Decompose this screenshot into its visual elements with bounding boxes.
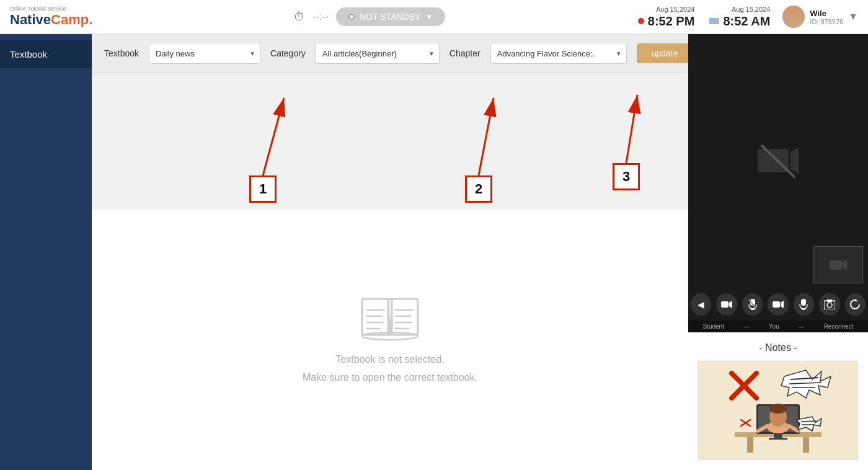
standby-button[interactable]: NOT STANDBY ▼ (336, 7, 445, 26)
user-area: Wile ID: 878976 ▼ (782, 6, 858, 28)
ctrl-labels-bar: Student — You — Reconnect (688, 321, 868, 332)
date1-label: Aug 15,2024 (656, 6, 694, 13)
video-main (688, 34, 868, 288)
logo-area: Online Tutorial Service NativeCamp. (10, 6, 102, 28)
reconnect-button[interactable] (845, 293, 866, 316)
red-dot-icon (638, 18, 644, 24)
speaker-icon (748, 299, 757, 310)
datetime-area: Aug 15,2024 8:52 PM (638, 6, 695, 29)
annotation-box-3: 3 (613, 163, 640, 190)
toolbar: Textbook Daily news Category All article… (92, 34, 688, 73)
notes-section: - Notes - (688, 332, 868, 470)
photo-icon (824, 299, 835, 309)
video-icon (721, 300, 732, 309)
notes-cartoon (716, 364, 840, 457)
controls-bar: ◀ (688, 288, 868, 321)
svg-point-40 (827, 303, 832, 308)
avatar-face (782, 6, 805, 28)
student-label: Student (702, 323, 724, 330)
update-button[interactable]: update (637, 43, 688, 63)
brand-native: Native (10, 12, 51, 27)
audio-toggle-button[interactable] (742, 293, 763, 316)
sidebar-textbook-label: Textbook (10, 49, 47, 60)
collapse-button[interactable]: ◀ (691, 293, 711, 316)
svg-rect-41 (827, 299, 832, 302)
annotation-area: 1 2 3 4 (92, 73, 688, 210)
header-right: Aug 15,2024 8:52 PM Aug 15,2024 8:52 AM … (638, 6, 858, 29)
app-header: Online Tutorial Service NativeCamp. ⏱ --… (0, 0, 868, 34)
sidebar: Textbook (0, 34, 92, 470)
body-wrap: Textbook Textbook Daily news Category Al… (0, 34, 868, 470)
header-center: ⏱ --:-- NOT STANDBY ▼ (102, 7, 638, 26)
time2-display: 8:52 AM (723, 14, 770, 29)
video-toggle-button[interactable] (716, 293, 737, 316)
mic-button[interactable] (794, 293, 814, 316)
user-name: Wile (810, 9, 843, 18)
category-select[interactable]: All articles(Beginner) (316, 43, 440, 64)
standby-label: NOT STANDBY (360, 12, 420, 22)
date2-label: Aug 15,2024 (732, 6, 770, 13)
camera-button[interactable] (768, 293, 788, 316)
svg-rect-26 (830, 260, 842, 270)
you-label: You (769, 323, 779, 330)
svg-rect-36 (801, 299, 806, 306)
svg-rect-45 (747, 437, 753, 453)
svg-marker-29 (729, 301, 732, 308)
svg-line-6 (626, 95, 637, 163)
time1-display: 8:52 PM (648, 14, 695, 29)
brand-logo: NativeCamp. (10, 12, 92, 28)
thumb-camera-icon (829, 258, 848, 272)
svg-rect-28 (721, 301, 728, 308)
svg-marker-42 (855, 299, 858, 301)
svg-rect-34 (773, 301, 780, 308)
video-area: ◀ St (688, 34, 868, 332)
main-content: Textbook Daily news Category All article… (92, 34, 688, 470)
empty-line1: Textbook is not selected. (303, 351, 477, 369)
book-icon (359, 293, 421, 342)
mic-icon (799, 299, 808, 310)
svg-marker-24 (790, 148, 799, 174)
refresh-icon (849, 299, 861, 310)
chapter-select-wrap: Advancing Flavor Science:. (490, 43, 627, 64)
video-thumbnail (813, 246, 863, 283)
blue-rect-icon (709, 18, 719, 24)
clock-icon: ⏱ (294, 11, 305, 24)
textbook-label: Textbook (104, 48, 139, 58)
svg-rect-49 (774, 434, 782, 438)
user-id: ID: 878976 (810, 18, 843, 25)
empty-state: Textbook is not selected. Make sure to o… (92, 210, 688, 470)
svg-rect-23 (758, 149, 789, 172)
camera-off-icon (756, 143, 800, 180)
right-panel: ◀ St (688, 34, 868, 470)
svg-line-5 (479, 98, 494, 175)
time-placeholder: --:-- (312, 11, 329, 22)
empty-state-text: Textbook is not selected. Make sure to o… (303, 351, 477, 387)
chapter-select[interactable]: Advancing Flavor Science:. (490, 43, 627, 64)
screenshot-button[interactable] (819, 293, 839, 316)
datetime-row1: 8:52 PM (638, 14, 695, 29)
chapter-label: Chapter (450, 48, 480, 58)
user-dropdown-icon[interactable]: ▼ (848, 11, 858, 22)
category-label: Category (270, 48, 306, 58)
svg-rect-50 (769, 438, 787, 440)
textbook-select[interactable]: Daily news (149, 43, 260, 64)
user-info: Wile ID: 878976 (810, 9, 843, 25)
annotation-box-2: 2 (465, 175, 492, 203)
reconnect-label: Reconnect (824, 323, 854, 330)
textbook-select-wrap: Daily news (149, 43, 260, 64)
empty-line2: Make sure to open the correct textbook. (303, 369, 477, 387)
notes-title: - Notes - (698, 342, 858, 353)
category-select-wrap: All articles(Beginner) (316, 43, 440, 64)
avatar (782, 6, 805, 28)
annotations-svg (92, 73, 688, 210)
datetime-row2: 8:52 AM (709, 14, 770, 29)
sidebar-item-textbook[interactable]: Textbook (0, 40, 92, 68)
svg-line-63 (801, 421, 817, 422)
camera-icon (773, 300, 784, 309)
datetime-area2: Aug 15,2024 8:52 AM (709, 6, 770, 29)
svg-point-55 (769, 404, 787, 414)
notes-image (698, 361, 858, 460)
brand-camp: Camp. (51, 12, 92, 27)
dash1: — (743, 323, 750, 330)
svg-rect-39 (824, 301, 835, 309)
